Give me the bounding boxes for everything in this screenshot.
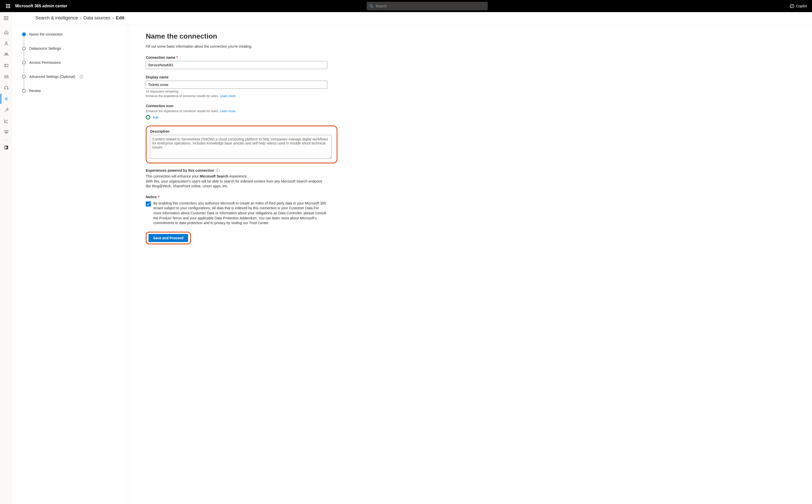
step-bullet-icon xyxy=(22,89,26,93)
search-box[interactable] xyxy=(367,2,488,10)
rail-billing-icon[interactable] xyxy=(1,72,12,82)
step-bullet-icon xyxy=(22,75,26,78)
svg-line-10 xyxy=(372,7,373,8)
rail-health-icon[interactable] xyxy=(1,127,12,137)
breadcrumb-sep: › xyxy=(112,15,114,21)
svg-rect-4 xyxy=(8,6,9,7)
svg-rect-8 xyxy=(9,7,10,8)
notice-label: Notice xyxy=(146,195,157,199)
app-launcher-icon[interactable] xyxy=(2,0,14,12)
svg-rect-0 xyxy=(6,4,7,5)
svg-point-15 xyxy=(5,53,6,54)
notice-text: By enabling this connection, you authori… xyxy=(153,201,327,226)
page-title: Name the connection xyxy=(146,32,337,40)
rail-devices-icon[interactable] xyxy=(1,61,12,71)
search-icon xyxy=(369,4,373,8)
step-connector xyxy=(24,50,24,61)
svg-rect-25 xyxy=(5,146,6,149)
svg-rect-22 xyxy=(7,88,8,89)
svg-rect-17 xyxy=(5,64,8,67)
step-access-permissions[interactable]: Access Permissions xyxy=(22,61,118,65)
svg-rect-7 xyxy=(8,7,9,8)
svg-point-23 xyxy=(6,98,7,100)
connection-icon-preview xyxy=(146,115,150,120)
step-advanced-settings[interactable]: Advanced Settings (Optional) i xyxy=(22,75,118,79)
learn-more-link[interactable]: Learn more xyxy=(220,94,235,98)
hamburger-menu-button[interactable] xyxy=(0,12,12,24)
description-highlight: Description xyxy=(146,126,337,163)
connection-icon-field: Connection icon Enhance the experience o… xyxy=(146,104,337,120)
page-subtitle: Fill out some basic information about th… xyxy=(146,44,337,48)
breadcrumb-item-current: Edit xyxy=(116,15,124,21)
connection-name-label: Connection name xyxy=(146,55,175,60)
rail-teams-icon[interactable] xyxy=(1,49,12,60)
breadcrumb-item[interactable]: Data sources xyxy=(83,15,110,21)
wizard-stepper: Name the connection Datasource Settings … xyxy=(22,32,118,93)
description-input[interactable] xyxy=(150,135,332,159)
svg-rect-2 xyxy=(9,4,10,5)
breadcrumb-item[interactable]: Search & intelligence xyxy=(35,15,78,21)
step-review[interactable]: Review xyxy=(22,89,118,93)
breadcrumb-sep: › xyxy=(80,15,81,21)
rail-home-icon[interactable] xyxy=(1,27,12,37)
notice-checkbox[interactable] xyxy=(146,201,151,206)
copilot-label: Copilot xyxy=(796,4,807,8)
rail-settings-icon[interactable] xyxy=(1,94,12,104)
svg-rect-21 xyxy=(5,88,5,89)
save-highlight: Save and Proceed xyxy=(146,232,191,244)
info-icon[interactable]: i xyxy=(80,75,83,78)
step-connector xyxy=(24,36,24,46)
chars-remaining: 18 characters remaining xyxy=(146,90,327,93)
description-label: Description xyxy=(150,129,169,133)
display-name-input[interactable] xyxy=(146,81,327,89)
experiences-section: Experiences powered by this connection i… xyxy=(146,168,337,189)
rail-setup-icon[interactable] xyxy=(1,105,12,115)
display-name-label: Display name xyxy=(146,75,168,79)
svg-rect-3 xyxy=(6,6,7,7)
left-nav-rail xyxy=(0,24,12,504)
svg-rect-6 xyxy=(6,7,7,8)
info-icon[interactable]: i xyxy=(216,169,219,172)
required-indicator: * xyxy=(176,55,178,60)
breadcrumb-bar: Search & intelligence › Data sources › E… xyxy=(12,12,812,24)
rail-divider xyxy=(3,140,10,140)
step-bullet-icon xyxy=(22,61,26,64)
edit-icon-link[interactable]: Edit xyxy=(153,115,158,119)
rail-support-icon[interactable] xyxy=(1,83,12,93)
experiences-body: With this, your organization's users wil… xyxy=(146,179,327,189)
svg-point-9 xyxy=(370,5,372,7)
rail-reports-icon[interactable] xyxy=(1,116,12,126)
connection-name-field: Connection name * xyxy=(146,55,337,69)
step-connector xyxy=(24,79,24,89)
rail-admin-icon[interactable] xyxy=(1,142,12,153)
stepper-column: Name the connection Datasource Settings … xyxy=(12,24,128,504)
search-input[interactable] xyxy=(376,4,485,8)
required-indicator: * xyxy=(158,195,159,199)
connection-icon-label: Connection icon xyxy=(146,104,173,108)
svg-point-14 xyxy=(6,42,7,44)
connection-icon-helper: Enhance the experience of connector resu… xyxy=(146,109,219,113)
connection-name-input[interactable] xyxy=(146,61,327,69)
learn-more-link[interactable]: Learn more xyxy=(220,109,235,113)
save-and-proceed-button[interactable]: Save and Proceed xyxy=(149,234,188,242)
step-name-connection[interactable]: Name the connection xyxy=(22,32,118,36)
notice-section: Notice* By enabling this connection, you… xyxy=(146,195,337,226)
display-name-helper: Enhance the experience of connector resu… xyxy=(146,94,219,98)
step-bullet-icon xyxy=(22,33,26,36)
step-connector xyxy=(24,65,24,75)
rail-users-icon[interactable] xyxy=(1,38,12,48)
svg-rect-1 xyxy=(8,4,9,5)
svg-rect-5 xyxy=(9,6,10,7)
experiences-label: Experiences powered by this connection xyxy=(146,168,214,172)
form-column: Name the connection Fill out some basic … xyxy=(128,24,355,504)
step-datasource-settings[interactable]: Datasource Settings xyxy=(22,46,118,50)
breadcrumb: Search & intelligence › Data sources › E… xyxy=(24,15,124,21)
svg-point-16 xyxy=(7,53,8,54)
top-header: Microsoft 365 admin center Copilot xyxy=(0,0,812,12)
display-name-field: Display name 18 characters remaining Enh… xyxy=(146,75,337,98)
app-title: Microsoft 365 admin center xyxy=(15,4,67,8)
step-bullet-icon xyxy=(22,47,26,50)
copilot-button[interactable]: Copilot xyxy=(787,0,810,12)
copilot-icon xyxy=(790,4,794,8)
